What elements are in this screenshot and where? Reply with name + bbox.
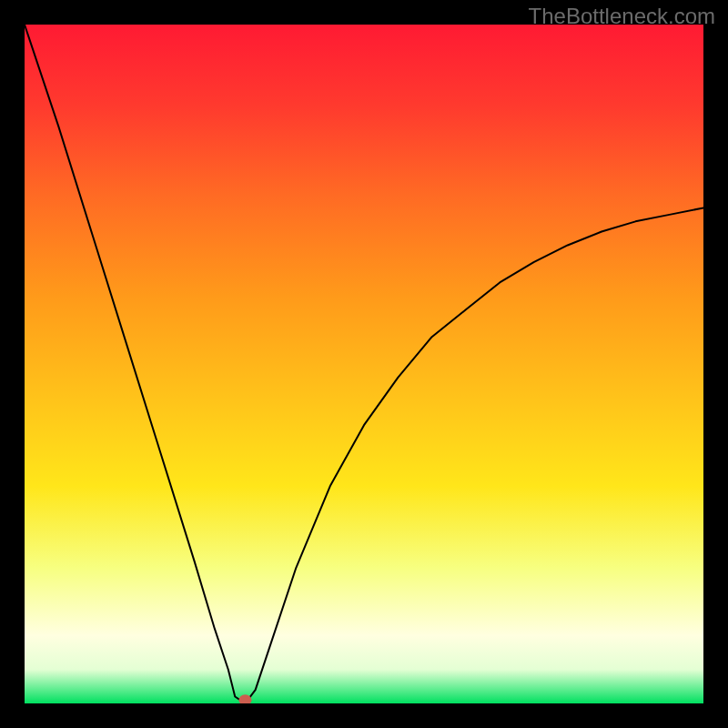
bottleneck-curve (25, 25, 703, 703)
chart-svg (25, 25, 703, 703)
plot-area (25, 25, 703, 703)
optimal-point-marker (238, 694, 251, 703)
chart-frame: TheBottleneck.com (0, 0, 728, 728)
watermark-text: TheBottleneck.com (529, 4, 715, 29)
